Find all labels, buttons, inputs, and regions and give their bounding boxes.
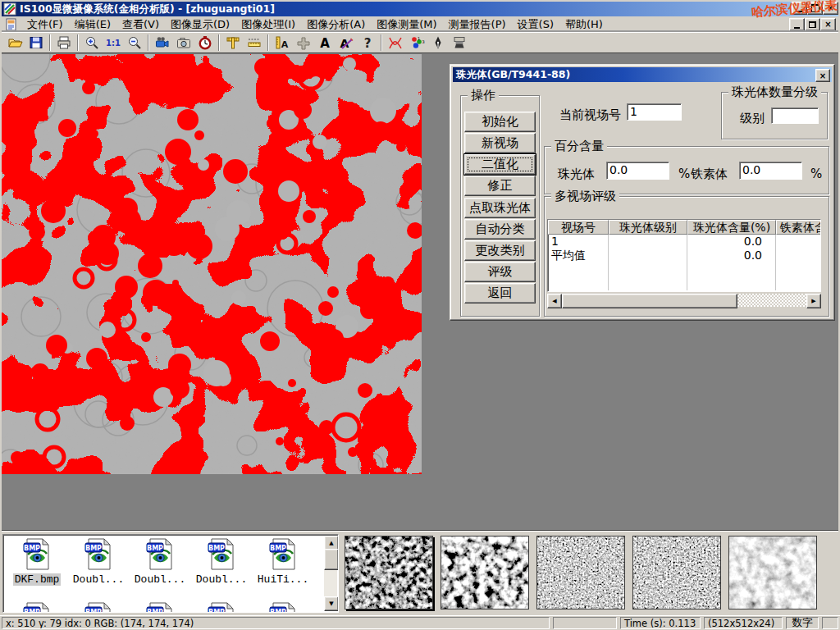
- text-button[interactable]: A: [314, 34, 336, 52]
- thumbnail-3[interactable]: [536, 536, 625, 609]
- scroll-thumb[interactable]: [324, 549, 339, 570]
- level-input[interactable]: [771, 107, 819, 124]
- print-button[interactable]: [53, 34, 75, 52]
- pick-pearlite-button[interactable]: 点取珠光体: [464, 198, 536, 218]
- zoom-out-button[interactable]: [124, 34, 145, 52]
- file-item[interactable]: HuiTi...: [253, 538, 313, 586]
- pen-button[interactable]: [427, 34, 449, 52]
- table-hscrollbar[interactable]: ◀ ▶: [547, 294, 821, 307]
- micrograph-image[interactable]: [2, 54, 422, 474]
- menu-image-process[interactable]: 图像处理(I): [235, 16, 301, 33]
- file-list[interactable]: DKF.bmp Doubl... Doubl... Doubl... HuiTi…: [2, 534, 339, 613]
- brush-button[interactable]: [449, 34, 470, 52]
- svg-text:3: 3: [422, 39, 425, 44]
- table-header-row: 视场号 珠光体级别 珠光体含量(%) 铁素体含量(%): [548, 220, 820, 235]
- file-item[interactable]: Doubl...: [191, 538, 252, 586]
- mdi-minimize-button[interactable]: [789, 18, 805, 31]
- thumbnail-5[interactable]: [728, 536, 817, 609]
- init-button[interactable]: 初始化: [464, 112, 536, 132]
- ruler-button[interactable]: [244, 34, 265, 52]
- file-item[interactable]: [130, 602, 190, 613]
- grading-table[interactable]: 视场号 珠光体级别 珠光体含量(%) 铁素体含量(%) 1 0.0 平均值 0.…: [547, 219, 821, 292]
- thumbnail-2[interactable]: [441, 536, 529, 609]
- file-item[interactable]: [253, 602, 313, 613]
- auto-classify-button[interactable]: 自动分类: [464, 219, 536, 240]
- menu-help[interactable]: 帮助(H): [559, 16, 609, 33]
- file-item[interactable]: Doubl...: [68, 538, 129, 586]
- change-class-button[interactable]: 更改类别: [464, 240, 536, 261]
- app-icon[interactable]: [3, 2, 16, 16]
- file-name: Doubl...: [71, 573, 126, 586]
- scroll-left-arrow[interactable]: ◀: [547, 294, 562, 308]
- menu-image-display[interactable]: 图像显示(D): [165, 16, 235, 33]
- menu-file[interactable]: 文件(F): [21, 16, 69, 33]
- scroll-down-arrow[interactable]: ▼: [324, 596, 339, 611]
- level-label: 级别: [740, 111, 765, 126]
- bmp-file-icon: [23, 538, 51, 571]
- cell-field: 1: [548, 235, 609, 249]
- menu-image-analysis[interactable]: 图像分析(A): [301, 16, 371, 33]
- file-list-vscrollbar[interactable]: ▲ ▼: [324, 536, 337, 611]
- grade-button[interactable]: 评级: [464, 262, 536, 282]
- classify-dots-button[interactable]: 13: [406, 34, 427, 52]
- thumbnail-1[interactable]: [345, 536, 433, 609]
- current-field-input[interactable]: 1: [627, 103, 682, 121]
- status-bar: x: 510 y: 79 idx: 0 RGB: (174, 174, 174)…: [0, 615, 840, 630]
- snapshot-button[interactable]: [173, 34, 194, 52]
- document-icon[interactable]: [5, 18, 18, 31]
- measure-text-button[interactable]: A: [272, 34, 293, 52]
- annotate-button[interactable]: A: [336, 34, 357, 52]
- dialog-title-bar[interactable]: 珠光体(GB/T9441-88) ×: [453, 67, 832, 82]
- menu-image-measure[interactable]: 图像测量(M): [371, 16, 442, 33]
- col-grade: 珠光体级别: [609, 220, 687, 235]
- menu-edit[interactable]: 编辑(E): [69, 16, 116, 33]
- pearlite-unit: %: [678, 167, 690, 181]
- correct-button[interactable]: 修正: [464, 176, 536, 196]
- video-capture-button[interactable]: [152, 34, 173, 52]
- file-item[interactable]: Doubl...: [130, 538, 190, 586]
- image-merge-button[interactable]: [293, 34, 314, 52]
- binarize-button[interactable]: 二值化: [464, 154, 536, 175]
- cell-field: 平均值: [548, 249, 609, 262]
- pearlite-percent-input[interactable]: 0.0: [606, 162, 669, 180]
- bmp-file-icon: [269, 602, 297, 613]
- cell-pearlite: 0.0: [687, 235, 776, 249]
- cell-grade: [609, 249, 687, 262]
- table-row[interactable]: 平均值 0.0: [548, 249, 820, 262]
- ferrite-percent-input[interactable]: 0.0: [739, 162, 802, 180]
- new-field-button[interactable]: 新视场: [464, 133, 536, 153]
- camera-icon: [176, 35, 192, 50]
- spline-tool-button[interactable]: [385, 34, 406, 52]
- mdi-restore-button[interactable]: [805, 18, 820, 31]
- time-panel: Time (s): 0.113: [620, 617, 701, 629]
- help-button[interactable]: ?: [357, 34, 378, 52]
- dialog-close-button[interactable]: ×: [815, 69, 830, 82]
- zoom-in-button[interactable]: [81, 34, 103, 52]
- col-field: 视场号: [548, 220, 609, 235]
- file-item[interactable]: [68, 602, 129, 613]
- table-row-empty: [548, 262, 820, 276]
- save-button[interactable]: [25, 34, 47, 52]
- col-pearlite: 珠光体含量(%): [687, 220, 776, 235]
- mdi-close-button[interactable]: ×: [820, 18, 836, 31]
- timer-button[interactable]: [194, 34, 216, 52]
- scroll-right-arrow[interactable]: ▶: [806, 294, 821, 308]
- menu-settings[interactable]: 设置(S): [512, 16, 559, 33]
- menu-view[interactable]: 查看(V): [116, 16, 165, 33]
- return-button[interactable]: 返回: [464, 283, 536, 304]
- file-name: Doubl...: [133, 573, 187, 586]
- file-item[interactable]: [7, 602, 67, 613]
- bmp-file-icon: [208, 538, 235, 571]
- actual-size-button[interactable]: 1:1: [103, 34, 124, 52]
- table-row[interactable]: 1 0.0: [548, 235, 820, 249]
- scroll-thumb[interactable]: [562, 294, 737, 308]
- menu-report[interactable]: 测量报告(P): [443, 16, 512, 33]
- title-bar: IS100显微摄像系统(金相分析版) - [zhuguangti01]: [2, 2, 838, 16]
- open-button[interactable]: [4, 34, 25, 52]
- clock-icon: [197, 35, 213, 50]
- thumbnail-4[interactable]: [632, 536, 721, 609]
- file-item[interactable]: [191, 602, 252, 613]
- ruler-icon: [246, 35, 262, 50]
- caliper-button[interactable]: [222, 34, 244, 52]
- file-item[interactable]: DKF.bmp: [7, 538, 67, 586]
